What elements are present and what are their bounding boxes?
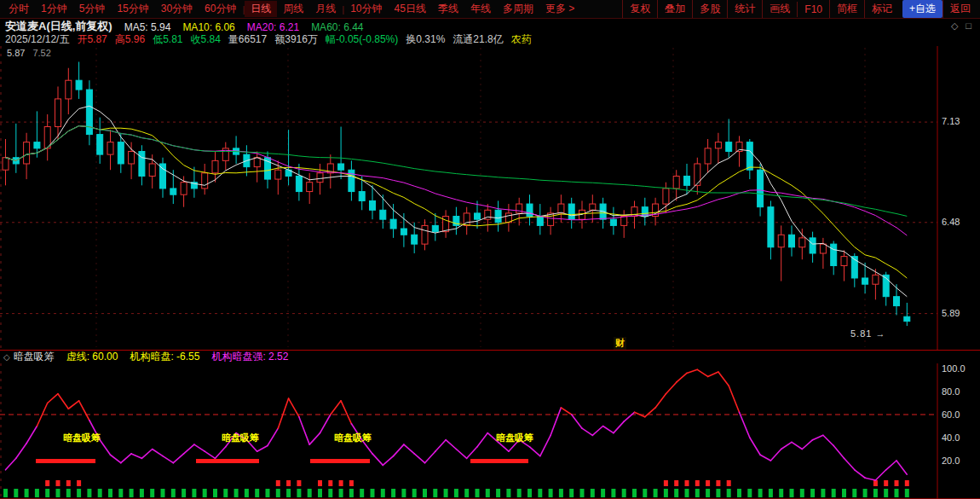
menu-item-period-13[interactable]: 多周期 — [497, 1, 539, 17]
info-field-0: 开5.87 — [77, 32, 107, 47]
indicator-axis-label: 60.0 — [942, 409, 960, 421]
window-icon[interactable]: □ — [966, 20, 971, 32]
sub-indicator-header: ◇ 暗盘吸筹 虚线: 60.00机构暗盘: -6.55机构暗盘强: 2.52 — [0, 350, 980, 363]
corner-label-open: 5.87 — [7, 48, 25, 58]
signal-underline-2 — [310, 459, 370, 463]
candlestick-chart — [0, 46, 980, 350]
price-axis-label: 7.13 — [942, 116, 960, 127]
signal-underline-3 — [470, 459, 528, 463]
title-row: 安道麦A(日线,前复权) MA5: 5.94MA10: 6.06MA20: 6.… — [0, 19, 980, 33]
indicator-params: 虚线: 60.00机构暗盘: -6.55机构暗盘强: 2.52 — [66, 350, 301, 364]
menu-item-period-14[interactable]: 更多 > — [539, 1, 580, 17]
menu-item-tool-9[interactable]: 返回 — [943, 0, 977, 18]
signal-label-3: 暗盘吸筹 — [496, 432, 533, 444]
menu-item-period-8[interactable]: 月线 — [309, 1, 342, 17]
event-marker[interactable]: 财 — [614, 337, 626, 350]
info-field-4: 量66517 — [228, 32, 267, 47]
indicator-axis-label: 80.0 — [942, 386, 960, 397]
menu-item-period-3[interactable]: 15分钟 — [111, 1, 154, 17]
menu-item-tool-7[interactable]: 标记 — [864, 0, 899, 18]
price-axis-label: 6.48 — [942, 217, 960, 228]
title-icons: ◇ □ — [951, 20, 975, 32]
corner-label-high: 7.52 — [32, 48, 50, 58]
tool-menu: 复权叠加多股统计画线F10简框标记+自选返回 — [622, 0, 977, 18]
menu-item-period-2[interactable]: 5分钟 — [73, 1, 112, 17]
menu-item-period-12[interactable]: 年线 — [464, 1, 497, 17]
indicator-axis-label: 100.0 — [942, 363, 966, 374]
ma-label-2: MA20: 6.21 — [247, 21, 299, 33]
signal-label-1: 暗盘吸筹 — [222, 432, 259, 444]
menu-item-tool-5[interactable]: F10 — [797, 2, 829, 17]
menu-item-tool-3[interactable]: 统计 — [727, 0, 762, 18]
menu-item-period-10[interactable]: 45日线 — [389, 1, 432, 17]
menu-item-period-11[interactable]: 季线 — [432, 1, 464, 17]
ma-label-3: MA60: 6.44 — [311, 21, 363, 33]
info-field-9: 农药 — [511, 32, 532, 47]
menu-item-tool-2[interactable]: 多股 — [692, 0, 727, 18]
info-field-7: 换0.31% — [406, 32, 445, 47]
info-field-1: 高5.96 — [115, 32, 145, 47]
low-price-marker: 5.81 → — [850, 328, 885, 339]
indicator-param-0: 虚线: 60.00 — [66, 351, 118, 363]
date-label: 2025/12/12/五 — [5, 32, 69, 47]
info-field-2: 低5.81 — [153, 32, 182, 47]
menu-item-tool-4[interactable]: 画线 — [762, 0, 797, 18]
menu-item-tool-0[interactable]: 复权 — [622, 0, 657, 18]
period-menu: 分时1分钟5分钟15分钟30分钟60分钟|日线周线月线|10分钟45日线季线年线… — [3, 1, 580, 17]
ma-label-1: MA10: 6.06 — [182, 21, 234, 33]
menu-item-period-6[interactable]: 日线 — [245, 1, 277, 17]
app-window: 分时1分钟5分钟15分钟30分钟60分钟|日线周线月线|10分钟45日线季线年线… — [0, 0, 980, 499]
menu-item-period-5[interactable]: 60分钟 — [199, 1, 242, 17]
topbar: 分时1分钟5分钟15分钟30分钟60分钟|日线周线月线|10分钟45日线季线年线… — [0, 0, 980, 19]
indicator-param-1: 机构暗盘: -6.55 — [130, 351, 199, 363]
indicator-title[interactable]: 暗盘吸筹 — [14, 350, 55, 364]
menu-item-period-9[interactable]: 10分钟 — [344, 1, 388, 17]
info-field-8: 流通21.8亿 — [453, 32, 503, 47]
signal-label-2: 暗盘吸筹 — [334, 432, 372, 444]
info-field-6: 幅-0.05(-0.85%) — [326, 32, 398, 47]
signal-underline-1 — [196, 459, 259, 463]
stock-title[interactable]: 安道麦A(日线,前复权) — [5, 19, 112, 34]
signal-underline-0 — [36, 459, 95, 463]
collapse-icon[interactable]: ◇ — [3, 352, 10, 362]
indicator-plot — [0, 363, 980, 499]
info-field-5: 额3916万 — [274, 32, 318, 47]
menu-item-period-0[interactable]: 分时 — [3, 1, 35, 17]
corner-price-labels: 5.87 7.52 — [7, 48, 51, 58]
ma-values: MA5: 5.94MA10: 6.06MA20: 6.21MA60: 6.44 — [124, 19, 376, 34]
menu-item-period-7[interactable]: 周线 — [277, 1, 309, 17]
main-chart[interactable]: 5.87 7.52 5.81 → 财 7.136.485.89 — [0, 46, 980, 350]
menu-item-period-4[interactable]: 30分钟 — [155, 1, 199, 17]
quote-info-row: 2025/12/12/五 开5.87高5.96低5.81收5.84量66517额… — [0, 33, 980, 46]
menu-item-tool-8[interactable]: +自选 — [902, 0, 943, 18]
indicator-axis-label: 40.0 — [942, 432, 960, 444]
price-axis-label: 5.89 — [942, 308, 960, 319]
indicator-param-2: 机构暗盘强: 2.52 — [211, 351, 288, 363]
ma-label-0: MA5: 5.94 — [124, 21, 171, 33]
menu-item-period-1[interactable]: 1分钟 — [35, 1, 73, 17]
sub-indicator-chart[interactable]: 100.080.060.040.020.0暗盘吸筹暗盘吸筹暗盘吸筹暗盘吸筹 — [0, 363, 980, 499]
menu-item-tool-1[interactable]: 叠加 — [657, 0, 692, 18]
menu-item-tool-6[interactable]: 简框 — [829, 0, 864, 18]
signal-label-0: 暗盘吸筹 — [63, 432, 101, 444]
diamond-icon[interactable]: ◇ — [951, 20, 958, 32]
indicator-axis-label: 20.0 — [942, 455, 960, 467]
info-field-3: 收5.84 — [190, 32, 220, 47]
